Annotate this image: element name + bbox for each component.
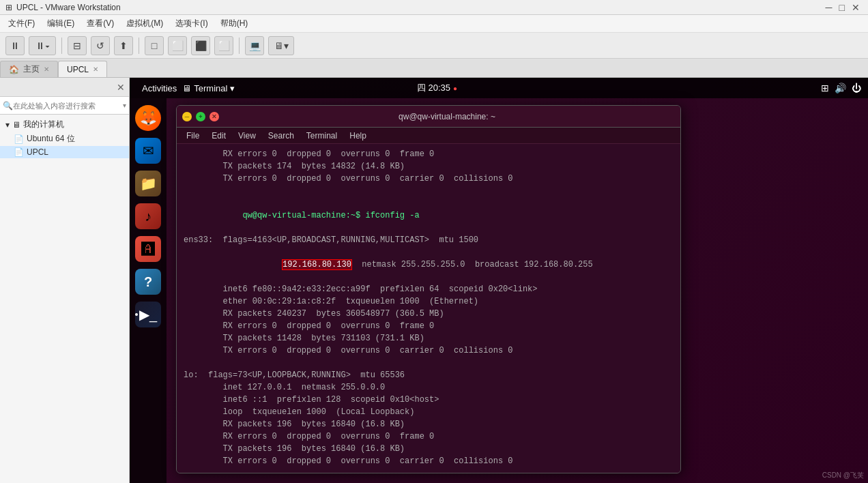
vmware-toolbar: ⏸ ⏸▾ ⊟ ↺ ⬆ □ ⬜ ⬛ ⬜ 💻 🖥▾ (0, 33, 868, 59)
term-line-19: RX errors 0 dropped 0 overruns 0 frame 0 (184, 430, 674, 443)
tree-item-mycomputer[interactable]: ▾ 🖥 我的计算机 (0, 117, 129, 132)
terminal-menu-search[interactable]: Search (263, 131, 300, 141)
term-line-15: inet 127.0.0.1 netmask 255.0.0.0 (184, 381, 674, 394)
tab-home[interactable]: 🏠 主页 ✕ (0, 61, 58, 77)
toolbar-btn10[interactable]: 💻 (245, 36, 264, 55)
tab-home-label: 主页 (23, 63, 40, 75)
dock-icon-help[interactable]: ? (134, 267, 162, 296)
toolbar-btn3[interactable]: ⊟ (68, 36, 87, 55)
tree-file-icon-ubuntu: 📄 (14, 134, 24, 144)
term-line-9: RX packets 240237 bytes 360548977 (360.5… (184, 308, 674, 320)
vmware-icon: ⊞ (5, 3, 12, 12)
terminal-menu-view[interactable]: View (233, 131, 261, 141)
dock-icon-firefox[interactable]: 🦊 (134, 104, 162, 132)
tray-power-icon[interactable]: ⏻ (852, 83, 861, 93)
gnome-clock: 四 20:35 ● (417, 82, 457, 94)
toolbar-btn5[interactable]: ⬆ (114, 36, 133, 55)
tree-label-ubuntu: Ubuntu 64 位 (27, 133, 75, 145)
terminal-minimize-btn[interactable]: ─ (182, 112, 192, 121)
dock-icon-thunderbird[interactable]: ✉ (134, 136, 162, 165)
toolbar-btn8[interactable]: ⬛ (191, 36, 210, 55)
terminal-menu: File Edit View Search Terminal Help (177, 128, 680, 144)
vmware-tabs-row: 🏠 主页 ✕ UPCL ✕ (0, 59, 868, 78)
menu-view[interactable]: 查看(V) (81, 16, 119, 31)
minimize-button[interactable]: ─ (823, 2, 835, 13)
toolbar-btn9[interactable]: ⬜ (214, 36, 233, 55)
term-ip-suffix: netmask 255.255.255.0 broadcast 192.168.… (352, 260, 593, 269)
gnome-topbar: Activities 🖥 Terminal ▾ 四 20:35 ● ⊞ 🔊 ⏻ (130, 78, 868, 98)
tray-network-icon[interactable]: ⊞ (821, 83, 829, 93)
dock-active-indicator (135, 313, 138, 316)
term-line-11: TX packets 11428 bytes 731103 (731.1 KB) (184, 332, 674, 345)
gnome-activities-button[interactable]: Activities (136, 83, 182, 93)
dock-icon-files[interactable]: 📁 (134, 169, 162, 198)
sidebar: ✕ 🔍 ▾ ▾ 🖥 我的计算机 📄 Ubuntu 64 位 📄 UPCL (0, 78, 130, 483)
terminal-titlebar: ─ + ✕ qw@qw-virtual-machine: ~ (177, 106, 680, 128)
term-line-10: RX errors 0 dropped 0 overruns 0 frame 0 (184, 320, 674, 332)
tab-home-close[interactable]: ✕ (44, 65, 49, 73)
terminal-close-btn[interactable]: ✕ (209, 112, 219, 121)
sidebar-tree: ▾ 🖥 我的计算机 📄 Ubuntu 64 位 📄 UPCL (0, 115, 129, 483)
terminal-maximize-btn[interactable]: + (196, 112, 205, 121)
menu-help[interactable]: 帮助(H) (215, 16, 254, 31)
tree-item-upcl[interactable]: 📄 UPCL (0, 146, 129, 158)
menu-file[interactable]: 文件(F) (3, 16, 40, 31)
tab-upcl[interactable]: UPCL ✕ (58, 61, 107, 77)
toolbar-btn11[interactable]: 🖥▾ (268, 36, 294, 55)
toolbar-btn6[interactable]: □ (145, 36, 164, 55)
vm-screen[interactable]: Activities 🖥 Terminal ▾ 四 20:35 ● ⊞ 🔊 ⏻ (130, 78, 868, 483)
close-button[interactable]: ✕ (849, 2, 863, 13)
term-ip-prefix (242, 260, 282, 269)
dock-icon-terminal[interactable]: ▶_ (134, 300, 162, 329)
terminal-title: qw@qw-virtual-machine: ~ (219, 112, 675, 121)
menu-edit[interactable]: 编辑(E) (42, 16, 80, 31)
toolbar-sep2 (139, 38, 139, 54)
gnome-dock: 🦊 ✉ 📁 ♪ 🅰 ? (130, 98, 167, 483)
term-line-21: TX errors 0 dropped 0 overruns 0 carrier… (184, 455, 674, 467)
terminal-menu-terminal[interactable]: Terminal (301, 131, 343, 141)
menu-vm[interactable]: 虚拟机(M) (121, 16, 169, 31)
tree-item-ubuntu[interactable]: 📄 Ubuntu 64 位 (0, 132, 129, 146)
maximize-button[interactable]: □ (837, 2, 848, 13)
sidebar-close-btn[interactable]: ✕ (117, 82, 125, 93)
terminal-menu-help[interactable]: Help (344, 131, 372, 141)
term-prompt-ifconfig: qw@qw-virtual-machine:~$ ifconfig -a (242, 211, 419, 220)
terminal-menu-file[interactable]: File (181, 131, 205, 141)
terminal-body[interactable]: RX errors 0 dropped 0 overruns 0 frame 0… (177, 144, 680, 473)
term-line-18: RX packets 196 bytes 16840 (16.8 KB) (184, 418, 674, 430)
term-line-6: ens33: flags=4163<UP,BROADCAST,RUNNING,M… (184, 234, 674, 246)
vmware-titlebar: ⊞ UPCL - VMware Workstation ─ □ ✕ (0, 0, 868, 15)
terminal-menu-edit[interactable]: Edit (206, 131, 231, 141)
term-line-17: loop txqueuelen 1000 (Local Loopback) (184, 406, 674, 418)
tree-computer-icon: 🖥 (12, 120, 20, 130)
titlebar-title: UPCL - VMware Workstation (16, 3, 121, 12)
tree-file-icon-upcl: 📄 (14, 147, 24, 157)
term-line-prompt: qw@qw-virtual-machine:~$ (184, 467, 674, 473)
toolbar-btn2[interactable]: ⏸▾ (29, 36, 56, 55)
power-btn[interactable]: ⏸ (5, 36, 25, 55)
toolbar-btn7[interactable]: ⬜ (168, 36, 187, 55)
dock-icon-music[interactable]: ♪ (134, 202, 162, 231)
gnome-app-name[interactable]: 🖥 Terminal ▾ (182, 83, 235, 93)
tab-upcl-close[interactable]: ✕ (93, 65, 98, 73)
dock-icon-appcenter[interactable]: 🅰 (134, 235, 162, 263)
menu-tabs[interactable]: 选项卡(I) (170, 16, 213, 31)
terminal-controls: ─ + ✕ (182, 112, 219, 121)
gnome-app-dropdown[interactable]: ▾ (230, 83, 235, 93)
search-input[interactable] (13, 102, 123, 110)
toolbar-btn4[interactable]: ↺ (91, 36, 110, 55)
gnome-clock-text: 四 20:35 (417, 82, 450, 94)
tray-volume-icon[interactable]: 🔊 (835, 83, 846, 93)
tree-expand-icon: ▾ (5, 120, 10, 130)
terminal-window[interactable]: ─ + ✕ qw@qw-virtual-machine: ~ File Edit… (176, 105, 681, 473)
term-line-20: TX packets 196 bytes 16840 (16.8 KB) (184, 443, 674, 455)
titlebar-left: ⊞ UPCL - VMware Workstation (5, 3, 121, 12)
term-line-4 (184, 185, 674, 197)
toolbar-sep1 (61, 38, 62, 54)
main-content: ✕ 🔍 ▾ ▾ 🖥 我的计算机 📄 Ubuntu 64 位 📄 UPCL (0, 78, 868, 483)
term-line-14: lo: flags=73<UP,LOOPBACK,RUNNING> mtu 65… (184, 369, 674, 381)
tree-label-mycomputer: 我的计算机 (23, 119, 64, 130)
term-line-12: TX errors 0 dropped 0 overruns 0 carrier… (184, 345, 674, 357)
titlebar-controls: ─ □ ✕ (823, 2, 863, 13)
search-dropdown-icon[interactable]: ▾ (123, 102, 126, 109)
